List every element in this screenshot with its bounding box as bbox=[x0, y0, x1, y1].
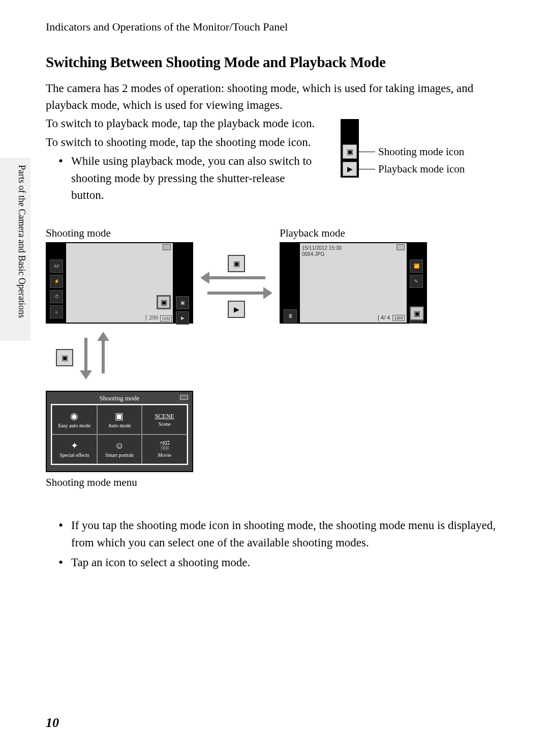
playback-mode-icon[interactable]: ▶ bbox=[343, 162, 357, 176]
battery-icon bbox=[396, 244, 405, 250]
image-quality-icon: 16M bbox=[160, 315, 172, 322]
instruction-playback: To switch to playback mode, tap the play… bbox=[46, 115, 320, 132]
bullet-menu-displayed: If you tap the shooting mode icon in sho… bbox=[58, 517, 498, 551]
leader-line bbox=[357, 152, 375, 152]
icon-callout-figure: ▣ ▶ Shooting mode icon Playback mode ico… bbox=[341, 119, 498, 180]
easy-auto-icon: ◉ bbox=[70, 412, 78, 421]
playback-icon-label: Playback mode icon bbox=[378, 163, 465, 176]
image-quality-icon: 16M bbox=[392, 315, 405, 321]
menu-special-effects[interactable]: ✦ Special effects bbox=[52, 434, 97, 464]
top-indicators bbox=[66, 243, 173, 254]
shooting-mode-screen: AF ⚡ ⏱ ± ▣ ▶ [ 290 16M ▣ bbox=[46, 242, 193, 324]
screen-left-bar: 🗑 bbox=[281, 243, 300, 323]
leader-line bbox=[357, 169, 375, 169]
shooting-down-icon: ▣ bbox=[56, 349, 73, 366]
battery-icon bbox=[163, 244, 171, 250]
af-mode-icon[interactable]: AF bbox=[50, 259, 63, 273]
smart-portrait-icon: ☺ bbox=[115, 441, 124, 450]
menu-easy-auto-mode[interactable]: ◉ Easy auto mode bbox=[52, 405, 97, 434]
special-effects-icon: ✦ bbox=[71, 441, 78, 450]
camera-icon: ▣ bbox=[414, 310, 420, 317]
playback-mid-icon: ▶ bbox=[228, 301, 245, 318]
playback-counter: [ 4/ 4 16M bbox=[378, 314, 405, 321]
retouch-icon[interactable]: ✎ bbox=[410, 275, 423, 288]
wireless-off-icon[interactable]: 📶 bbox=[410, 259, 423, 273]
menu-auto-mode[interactable]: ▣ Auto mode bbox=[97, 405, 142, 434]
menu-scene[interactable]: SCENE Scene bbox=[142, 405, 187, 434]
shooting-mode-button[interactable]: ▣ bbox=[176, 296, 189, 309]
shooting-mid-icon: ▣ bbox=[228, 255, 245, 272]
scene-icon: SCENE bbox=[155, 413, 174, 419]
movie-icon: 🎬 bbox=[159, 441, 170, 450]
playback-screen-label: Playback mode bbox=[280, 227, 345, 240]
shooting-mode-menu-screen: Shooting mode ◉ Easy auto mode ▣ Auto mo… bbox=[46, 391, 193, 472]
playback-mode-screen: 🗑 📶 ✎ ▣ 15/11/2012 15:30 0004.JPG bbox=[280, 242, 427, 324]
arrow-to-shooting bbox=[209, 276, 265, 279]
selftimer-off-icon[interactable]: ⏱ bbox=[50, 290, 63, 303]
section-heading: Switching Between Shooting Mode and Play… bbox=[46, 54, 498, 71]
shooting-screen-label: Shooting mode bbox=[46, 227, 111, 240]
camera-icon: ▣ bbox=[62, 354, 68, 361]
intro-paragraph: The camera has 2 modes of operation: sho… bbox=[46, 80, 498, 114]
camera-icon: ▣ bbox=[161, 299, 167, 306]
menu-screen-label: Shooting mode menu bbox=[46, 476, 137, 489]
menu-smart-portrait[interactable]: ☺ Smart portrait bbox=[97, 434, 142, 464]
auto-mode-icon: ▣ bbox=[115, 412, 124, 421]
arrow-to-playback bbox=[207, 292, 263, 295]
camera-icon: ▣ bbox=[233, 260, 240, 267]
remaining-shots: [ 290 bbox=[145, 314, 158, 322]
shooting-icon-highlighted[interactable]: ▣ bbox=[410, 306, 424, 321]
bullet-shutter-release: While using playback mode, you can also … bbox=[58, 153, 320, 203]
screen-right-bar: ▣ ▶ bbox=[173, 243, 192, 323]
exposure-auto-icon[interactable]: ± bbox=[50, 305, 63, 318]
instruction-shooting: To switch to shooting mode, tap the shoo… bbox=[46, 134, 320, 151]
arrow-down bbox=[84, 338, 87, 370]
menu-movie[interactable]: 🎬 Movie bbox=[142, 434, 187, 464]
top-indicators bbox=[300, 243, 407, 254]
shooting-mode-icon[interactable]: ▣ bbox=[343, 144, 357, 159]
menu-title: Shooting mode bbox=[47, 392, 192, 404]
mode-diagram: Shooting mode Playback mode AF ⚡ ⏱ ± ▣ ▶ bbox=[46, 227, 498, 502]
delete-icon[interactable]: 🗑 bbox=[284, 309, 297, 323]
playback-mode-button[interactable]: ▶ bbox=[176, 311, 189, 325]
breadcrumb: Indicators and Operations of the Monitor… bbox=[46, 20, 498, 34]
arrow-up bbox=[102, 341, 105, 373]
camera-icon: ▣ bbox=[347, 148, 353, 155]
playback-icon: ▶ bbox=[234, 306, 239, 313]
flash-off-icon[interactable]: ⚡ bbox=[50, 275, 63, 288]
shooting-mode-menu-grid: ◉ Easy auto mode ▣ Auto mode SCENE Scene… bbox=[51, 404, 188, 465]
bullet-tap-to-select: Tap an icon to select a shooting mode. bbox=[58, 554, 498, 571]
battery-icon bbox=[180, 395, 188, 400]
page-number: 10 bbox=[46, 715, 59, 731]
shooting-icon-label: Shooting mode icon bbox=[378, 146, 464, 158]
shooting-icon-highlighted[interactable]: ▣ bbox=[157, 295, 171, 309]
playback-icon: ▶ bbox=[347, 165, 353, 172]
screen-left-bar: AF ⚡ ⏱ ± bbox=[47, 243, 66, 323]
bottom-indicators: [ 290 16M bbox=[66, 309, 173, 322]
